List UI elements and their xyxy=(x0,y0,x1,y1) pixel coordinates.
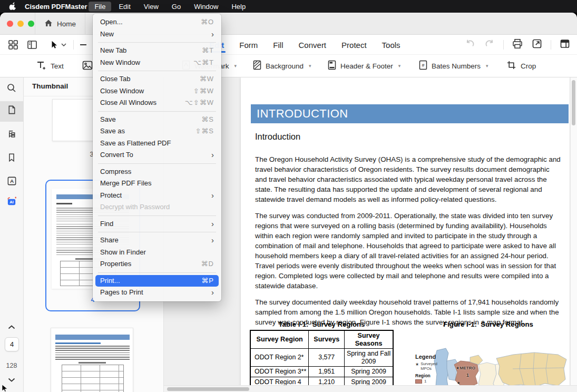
ribbon-label-bates-numbers: Bates Numbers xyxy=(432,62,481,70)
layout-view-icon[interactable] xyxy=(559,38,571,52)
menu-item-close-tab[interactable]: Close Tab⌘W xyxy=(95,73,219,85)
tab-convert[interactable]: Convert xyxy=(299,35,327,55)
ribbon-item-text[interactable]: Text xyxy=(36,55,64,77)
ribbon-label-header-footer: Header & Footer xyxy=(340,62,393,70)
grid-view-icon[interactable] xyxy=(7,39,19,51)
pdf-page: INTRODUCTION Introduction The Oregon Hou… xyxy=(241,77,570,392)
survey-regions-table: Survey Region Surveys Survey Seasons ODO… xyxy=(250,330,394,392)
menubar-item-help[interactable]: Help xyxy=(226,2,251,12)
macos-menubar: Cisdem PDFMaster File Edit View Go Windo… xyxy=(0,0,577,13)
tab-protect[interactable]: Protect xyxy=(341,35,367,55)
submenu-chevron-icon: › xyxy=(211,218,214,230)
tab-form[interactable]: Form xyxy=(239,35,258,55)
horizontal-scrollbar-thumb[interactable] xyxy=(167,387,249,391)
map-metro-label: ★METRO xyxy=(456,366,475,370)
menu-item-compress[interactable]: Compress xyxy=(95,166,219,178)
menu-separator xyxy=(98,215,216,216)
ribbon-item-image[interactable] xyxy=(82,55,93,77)
menubar-item-window[interactable]: Window xyxy=(188,2,224,12)
mouse-cursor xyxy=(1,384,8,392)
ribbon-label-crop: Crop xyxy=(521,62,536,70)
zoom-window-button[interactable] xyxy=(28,21,34,27)
main-toolbar: Edit Form Fill Convert Protect Tools xyxy=(0,35,577,55)
image-icon xyxy=(82,61,93,72)
menu-item-convert-to[interactable]: Convert To› xyxy=(95,149,219,161)
select-cursor-icon[interactable] xyxy=(48,39,60,51)
sidebar-panel-icon[interactable] xyxy=(26,39,38,51)
menu-item-new[interactable]: New› xyxy=(95,28,219,41)
ai-assistant-icon[interactable]: AI xyxy=(6,195,17,207)
apple-menu-icon[interactable] xyxy=(9,2,17,11)
menu-item-new-tab[interactable]: New Tab⌘T xyxy=(95,45,219,57)
redo-icon xyxy=(484,38,495,52)
menu-item-new-window[interactable]: New Window⌥⌘T xyxy=(95,57,219,69)
export-icon[interactable] xyxy=(531,38,543,52)
menu-item-close-all-windows[interactable]: Close All Windows⌥⇧⌘W xyxy=(95,97,219,109)
table-header-cell: Survey Region xyxy=(250,330,309,349)
menu-item-merge-pdf-files[interactable]: Merge PDF Files xyxy=(95,178,219,190)
tab-fill[interactable]: Fill xyxy=(273,35,283,55)
close-window-button[interactable] xyxy=(7,21,13,27)
menu-item-print[interactable]: Print...⌘P xyxy=(95,275,219,287)
add-text-icon xyxy=(36,60,46,72)
legend-title: Legend xyxy=(415,354,447,360)
menubar-item-file[interactable]: File xyxy=(89,2,111,12)
menu-item-save[interactable]: Save⌘S xyxy=(95,114,219,126)
menu-item-open[interactable]: Open...⌘O xyxy=(95,16,219,28)
vertical-scrollbar-track[interactable] xyxy=(570,77,577,385)
thumbnail-page-5[interactable] xyxy=(51,328,133,392)
total-pages-label: 128 xyxy=(0,362,23,369)
menu-item-show-in-finder[interactable]: Show in Finder xyxy=(95,247,219,259)
thumbnail-panel-title: Thumbnail xyxy=(32,82,68,90)
annotation-icon[interactable]: A xyxy=(6,175,17,187)
submenu-chevron-icon: › xyxy=(211,190,214,202)
legend-mpos-label: Surveyed MPOs xyxy=(420,362,443,371)
print-icon[interactable] xyxy=(512,38,523,52)
menu-separator xyxy=(98,232,216,232)
previous-page-chevron-icon[interactable] xyxy=(6,321,17,333)
menubar-item-view[interactable]: View xyxy=(138,2,164,12)
menu-item-pages-to-print[interactable]: Pages to Print› xyxy=(95,287,219,299)
menu-item-find[interactable]: Find› xyxy=(95,218,219,230)
menu-item-share[interactable]: Share› xyxy=(95,234,219,247)
toolbar-divider xyxy=(551,40,551,50)
menubar-item-edit[interactable]: Edit xyxy=(113,2,136,12)
background-icon xyxy=(253,60,261,72)
bookmark-icon[interactable] xyxy=(6,152,17,163)
table-cell: ODOT Region 3** xyxy=(250,367,309,377)
ribbon-label-background: Background xyxy=(266,62,304,70)
ribbon-item-crop[interactable]: Crop xyxy=(506,55,536,77)
svg-text:★: ★ xyxy=(457,381,460,385)
figure-caption: Figure I-1: Survey Regions xyxy=(416,320,561,328)
outline-icon[interactable] xyxy=(6,129,17,140)
menu-item-save-as[interactable]: Save as⇧⌘S xyxy=(95,125,219,138)
cursor-dropdown-chevron-icon[interactable] xyxy=(60,39,67,51)
table-caption: Table I-1: Survey Regions xyxy=(250,320,394,328)
menu-item-close-window[interactable]: Close Window⇧⌘W xyxy=(95,85,219,97)
table-cell: Spring and Fall 2009 xyxy=(345,349,393,367)
table-cell: ODOT Region 2* xyxy=(250,349,309,367)
tab-home[interactable]: Home xyxy=(35,13,85,35)
ribbon-item-bates-numbers[interactable]: # Bates Numbers ▾ xyxy=(419,55,488,77)
thumbnail-page-icon[interactable] xyxy=(6,104,17,115)
menubar-item-go[interactable]: Go xyxy=(166,2,187,12)
menu-item-protect[interactable]: Protect› xyxy=(95,190,219,202)
doc-paragraph: The survey was conducted from 2009-2011.… xyxy=(255,211,562,291)
ribbon-item-header-footer[interactable]: Header & Footer ▾ xyxy=(328,55,400,77)
toolbar-divider xyxy=(503,40,504,50)
current-page-input[interactable]: 4 xyxy=(5,337,19,351)
crop-icon xyxy=(506,60,516,72)
minimize-window-button[interactable] xyxy=(17,21,24,27)
search-icon[interactable] xyxy=(6,82,17,94)
menu-item-properties[interactable]: Properties⌘D xyxy=(95,258,219,270)
zoom-out-icon[interactable] xyxy=(77,39,89,51)
tab-tools[interactable]: Tools xyxy=(382,35,400,55)
map-legend: Legend ★ Surveyed MPOs Region 1 xyxy=(415,354,447,384)
vertical-scrollbar-thumb[interactable] xyxy=(572,80,575,125)
submenu-chevron-icon: › xyxy=(211,287,214,299)
ribbon-item-background[interactable]: Background ▾ xyxy=(253,55,311,77)
horizontal-scrollbar-track[interactable] xyxy=(164,385,577,392)
menu-separator xyxy=(98,163,216,164)
menu-item-save-as-flattened-pdf[interactable]: Save as Flattened PDF xyxy=(95,138,219,150)
table-cell: 3,577 xyxy=(309,349,345,367)
